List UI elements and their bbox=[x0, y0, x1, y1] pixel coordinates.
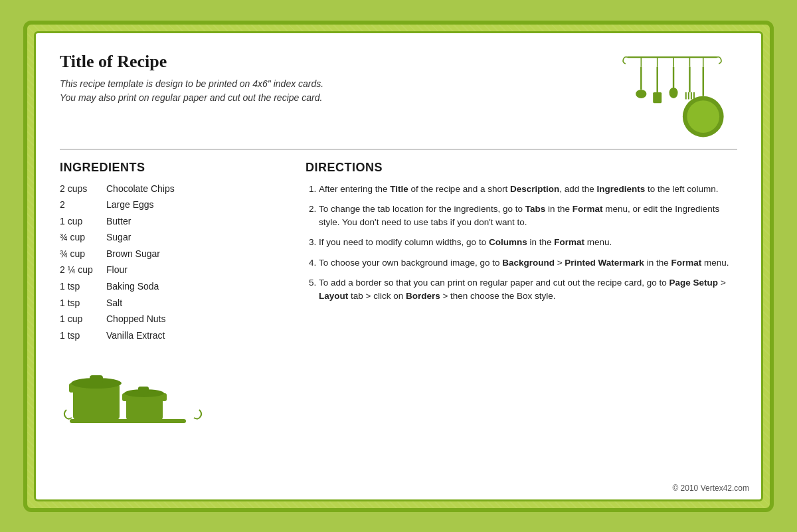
header-text: Title of Recipe This recipe template is … bbox=[60, 52, 604, 105]
ingredients-column: INGREDIENTS 2 cupsChocolate Chips 2Large… bbox=[60, 161, 286, 486]
list-item: ¾ cupBrown Sugar bbox=[60, 248, 286, 261]
svg-point-11 bbox=[669, 87, 678, 98]
list-item: To choose your own background image, go … bbox=[319, 256, 737, 270]
divider bbox=[60, 149, 737, 150]
list-item: 1 tspVanilla Extract bbox=[60, 329, 286, 343]
list-item: 2 ¼ cupFlour bbox=[60, 264, 286, 277]
list-item: 2Large Eggs bbox=[60, 199, 286, 212]
pots-illustration bbox=[60, 350, 286, 426]
list-item: 1 cupChopped Nuts bbox=[60, 313, 286, 326]
copyright: © 2010 Vertex42.com bbox=[672, 484, 749, 493]
directions-list: After entering the Title of the recipe a… bbox=[306, 183, 737, 304]
recipe-title: Title of Recipe bbox=[60, 52, 604, 72]
list-item: To add a border so that you can print on… bbox=[319, 276, 737, 304]
list-item: 1 cupButter bbox=[60, 215, 286, 228]
svg-rect-25 bbox=[126, 393, 163, 420]
list-item: 1 tspBaking Soda bbox=[60, 280, 286, 294]
svg-rect-30 bbox=[70, 419, 186, 423]
svg-rect-9 bbox=[653, 92, 662, 102]
svg-point-18 bbox=[687, 100, 719, 133]
list-item: ¾ cupSugar bbox=[60, 231, 286, 244]
kitchen-tools-illustration bbox=[604, 52, 737, 138]
list-item: If you need to modify column widths, go … bbox=[319, 236, 737, 249]
list-item: After entering the Title of the recipe a… bbox=[319, 183, 737, 196]
tools-svg bbox=[604, 52, 737, 138]
recipe-subtitle: This recipe template is design to be pri… bbox=[60, 77, 604, 105]
directions-column: DIRECTIONS After entering the Title of t… bbox=[306, 161, 737, 486]
outer-border: Title of Recipe This recipe template is … bbox=[23, 21, 774, 512]
list-item: To change the tab location for the ingre… bbox=[319, 203, 737, 230]
header-section: Title of Recipe This recipe template is … bbox=[60, 52, 737, 138]
list-item: 2 cupsChocolate Chips bbox=[60, 183, 286, 196]
svg-point-7 bbox=[636, 89, 646, 98]
svg-rect-24 bbox=[90, 375, 103, 383]
pots-svg bbox=[60, 350, 206, 423]
directions-heading: DIRECTIONS bbox=[306, 161, 737, 175]
svg-rect-29 bbox=[138, 387, 149, 393]
list-item: 1 tspSalt bbox=[60, 297, 286, 310]
ingredients-heading: INGREDIENTS bbox=[60, 161, 286, 175]
ingredients-list: 2 cupsChocolate Chips 2Large Eggs 1 cupB… bbox=[60, 183, 286, 343]
content-columns: INGREDIENTS 2 cupsChocolate Chips 2Large… bbox=[60, 161, 737, 486]
recipe-card: Title of Recipe This recipe template is … bbox=[34, 31, 763, 501]
